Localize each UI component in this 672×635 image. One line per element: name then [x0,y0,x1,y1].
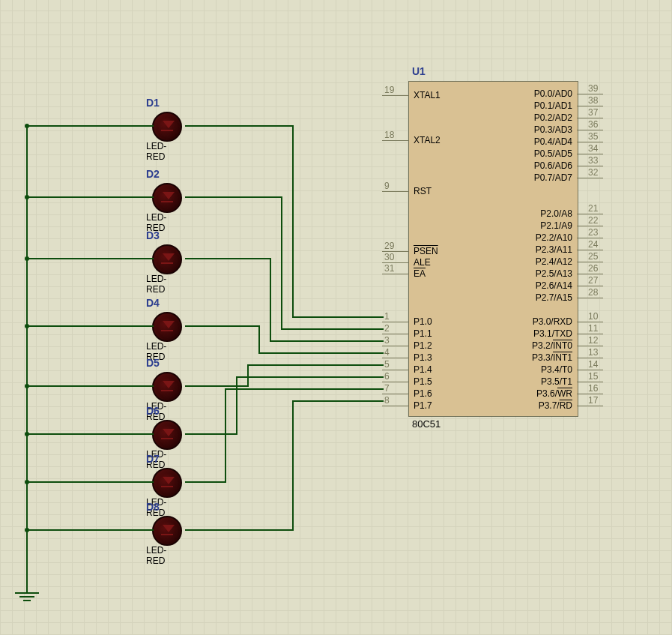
wire [270,258,271,342]
pin-label: P0.0/AD0 [534,88,572,99]
pin-number: 17 [588,395,598,406]
wire [292,400,384,402]
pin-line [577,286,603,286]
pin-number: 39 [588,83,598,94]
wire [185,433,237,435]
pin-number: 2 [384,323,390,334]
pin-number: 4 [384,347,390,358]
pin-label: P2.2/A10 [536,232,572,243]
pin-line [577,250,603,250]
led-body-icon [152,516,182,546]
pin-number: 7 [384,383,390,394]
pin-label: P2.4/A12 [536,256,572,267]
pin-number: 6 [384,371,390,382]
pin-number: 16 [588,383,598,394]
pin-line [577,298,603,298]
pin-line [577,130,603,130]
pin-label: ALE [414,257,431,268]
pin-label: P1.0 [414,316,432,327]
chip-ref: U1 [412,65,426,77]
wire [258,352,384,354]
pin-line [382,191,408,192]
pin-line [577,262,603,262]
pin-number: 3 [384,335,390,346]
pin-line [577,94,603,94]
pin-label: P0.2/AD2 [534,112,572,123]
pin-label: P3.7/RD [539,400,572,411]
wire [247,364,249,387]
pin-label: P0.5/AD5 [534,148,572,159]
pin-label: P0.1/AD1 [534,100,572,111]
pin-label: P3.3/INT1 [532,352,572,363]
wire [225,388,384,390]
pin-number: 13 [588,347,598,358]
pin-label: P1.2 [414,340,432,351]
pin-number: 14 [588,359,598,370]
pin-line [577,118,603,118]
wire [26,385,154,387]
pin-line [577,394,603,394]
led-body-icon [152,372,182,402]
wire [185,125,294,127]
pin-number: 19 [384,85,394,95]
pin-number: 25 [588,251,598,262]
led-body-icon [152,183,182,213]
pin-number: 35 [588,131,598,142]
pin-line [577,370,603,370]
pin-label: P2.7/A15 [536,292,572,303]
pin-line [382,346,408,346]
pin-label: RST [414,186,432,196]
led-ref: D5 [146,357,160,369]
pin-line [382,370,408,370]
pin-number: 10 [588,311,598,322]
pin-line [577,274,603,274]
pin-number: 11 [588,323,598,334]
pin-number: 26 [588,263,598,274]
pin-label: PSEN [414,246,438,256]
pin-label: P3.0/RXD [533,316,572,327]
pin-label: P2.5/A13 [536,268,572,279]
led-body-icon [152,112,182,142]
pin-number: 36 [588,119,598,130]
wire [292,125,294,318]
led-body-icon [152,312,182,342]
pin-line [382,406,408,406]
pin-number: 12 [588,335,598,346]
pin-label: P1.5 [414,376,432,387]
wire [185,385,249,387]
pin-number: 31 [384,263,394,274]
pin-number: 18 [384,130,394,140]
pin-number: 37 [588,107,598,118]
led-ref: D6 [146,405,160,417]
led-body-icon [152,244,182,274]
chip-name: 80C51 [412,418,441,430]
pin-label: P2.6/A14 [536,280,572,291]
wire [26,433,154,435]
wire [26,481,154,483]
led-ref: D7 [146,453,160,465]
pin-label: P1.7 [414,400,432,411]
wire [185,529,294,531]
pin-line [382,334,408,334]
pin-number: 28 [588,287,598,298]
pin-line [382,140,408,141]
led-ref: D4 [146,297,160,309]
pin-line [382,274,408,274]
wire [26,125,154,127]
pin-line [382,322,408,322]
pin-line [577,406,603,406]
wire [185,196,282,198]
wire [236,376,237,435]
pin-label: P0.3/AD3 [534,124,572,135]
pin-line [577,346,603,346]
pin-number: 27 [588,275,598,286]
wire [281,196,282,330]
pin-number: 32 [588,167,598,178]
wire [225,388,226,483]
pin-label: P2.3/A11 [536,244,572,255]
pin-line [382,358,408,358]
pin-line [577,178,603,178]
pin-label: XTAL2 [414,135,441,145]
pin-label: P2.0/A8 [540,208,572,219]
ground-symbol [15,592,39,601]
